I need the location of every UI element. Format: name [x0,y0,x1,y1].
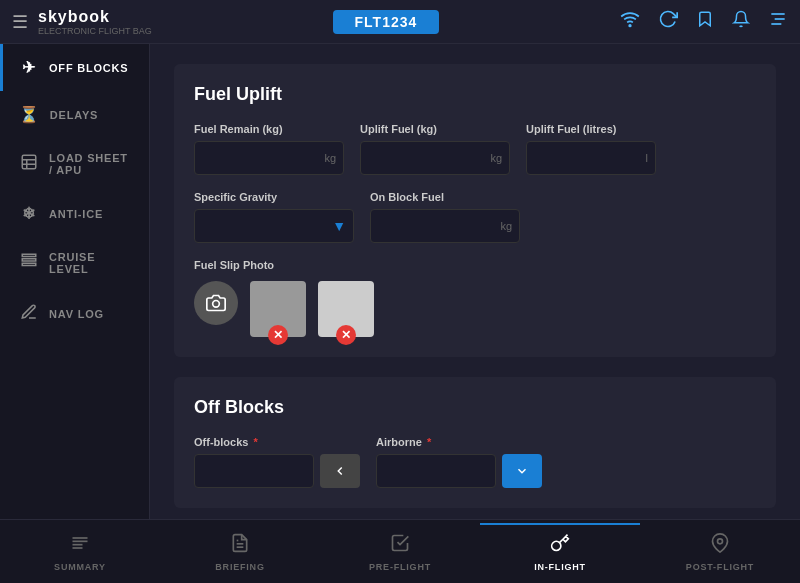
menu-icon[interactable]: ☰ [12,11,28,33]
specific-gravity-group: Specific Gravity 0.78 0.79 0.80 ▼ [194,191,354,243]
airborne-time-label: Airborne * [376,436,542,448]
specific-gravity-label: Specific Gravity [194,191,354,203]
brand: skybook ELECTRONIC FLIGHT BAG [38,8,152,36]
on-block-fuel-label: On Block Fuel [370,191,520,203]
uplift-litres-input[interactable] [526,141,656,175]
uplift-litres-input-wrap: l [526,141,656,175]
camera-button[interactable] [194,281,238,325]
nav-item-in-flight[interactable]: IN-FLIGHT [480,523,640,580]
sidebar-label-cruise-level: CRUISE LEVEL [49,251,133,275]
sidebar-item-delays[interactable]: ⏳ DELAYS [0,91,149,138]
svg-rect-9 [22,259,36,261]
post-flight-icon [709,533,731,558]
specific-gravity-select-wrap: 0.78 0.79 0.80 ▼ [194,209,354,243]
settings-icon[interactable] [768,9,788,34]
photo-thumb-2-wrap: ✕ [318,281,374,337]
airborne-time-input[interactable] [376,454,496,488]
fuel-uplift-card: Fuel Uplift Fuel Remain (kg) kg Uplift F… [174,64,776,357]
sidebar-item-cruise-level[interactable]: CRUISE LEVEL [0,237,149,289]
fuel-slip-photo-label: Fuel Slip Photo [194,259,756,271]
topbar: ☰ skybook ELECTRONIC FLIGHT BAG FLT1234 [0,0,800,44]
sidebar-item-off-blocks[interactable]: ✈ OFF BLOCKS [0,44,149,91]
off-blocks-row: Off-blocks * A [194,436,756,488]
brand-name: skybook [38,8,110,25]
nav-item-post-flight[interactable]: POST-FLIGHT [640,523,800,580]
on-block-fuel-input[interactable] [370,209,520,243]
bookmark-icon[interactable] [696,9,714,34]
off-blocks-time-group: Off-blocks * [194,436,360,488]
sidebar-item-load-sheet[interactable]: LOAD SHEET / APU [0,138,149,190]
summary-icon [69,533,91,558]
off-blocks-prev-button[interactable] [320,454,360,488]
remove-photo-2-button[interactable]: ✕ [336,325,356,345]
nav-item-pre-flight[interactable]: PRE-FLIGHT [320,523,480,580]
uplift-kg-input[interactable] [360,141,510,175]
svg-rect-4 [22,155,36,169]
svg-point-0 [629,25,631,27]
on-block-fuel-input-wrap: kg [370,209,520,243]
uplift-kg-input-wrap: kg [360,141,510,175]
photo-row: ✕ ✕ [194,281,756,337]
sidebar-label-nav-log: NAV LOG [49,308,104,320]
sidebar-label-delays: DELAYS [50,109,98,121]
sidebar-item-anti-ice[interactable]: ❄ ANTI-ICE [0,190,149,237]
wifi-icon[interactable] [620,9,640,34]
uplift-kg-label: Uplift Fuel (kg) [360,123,510,135]
off-blocks-time-input[interactable] [194,454,314,488]
nav-item-summary[interactable]: SUMMARY [0,523,160,580]
fuel-row-1: Fuel Remain (kg) kg Uplift Fuel (kg) kg [194,123,756,175]
sidebar-label-load-sheet: LOAD SHEET / APU [49,152,133,176]
delays-icon: ⏳ [19,105,40,124]
in-flight-icon [549,533,571,558]
svg-point-18 [718,539,723,544]
bottom-nav: SUMMARY BRIEFING PRE-FLIGHT [0,519,800,583]
fuel-slip-photo-section: Fuel Slip Photo ✕ [194,259,756,337]
airborne-time-group: Airborne * [376,436,542,488]
nav-label-summary: SUMMARY [54,562,106,572]
fuel-row-2: Specific Gravity 0.78 0.79 0.80 ▼ [194,191,756,243]
fuel-remain-input[interactable] [194,141,344,175]
svg-point-11 [213,301,220,308]
cruise-level-icon [19,252,39,274]
remove-photo-1-button[interactable]: ✕ [268,325,288,345]
pre-flight-icon [389,533,411,558]
briefing-icon [230,533,250,558]
nav-label-pre-flight: PRE-FLIGHT [369,562,431,572]
fuel-remain-group: Fuel Remain (kg) kg [194,123,344,175]
nav-item-briefing[interactable]: BRIEFING [160,523,320,580]
off-blocks-time-label: Off-blocks * [194,436,360,448]
bell-icon[interactable] [732,9,750,34]
nav-log-icon [19,303,39,325]
nav-label-in-flight: IN-FLIGHT [534,562,586,572]
sidebar: ✈ OFF BLOCKS ⏳ DELAYS LOAD SHEET / APU ❄… [0,44,150,519]
main-layout: ✈ OFF BLOCKS ⏳ DELAYS LOAD SHEET / APU ❄… [0,44,800,519]
brand-sub: ELECTRONIC FLIGHT BAG [38,26,152,36]
fuel-uplift-title: Fuel Uplift [194,84,756,105]
svg-rect-8 [22,254,36,256]
fuel-remain-input-wrap: kg [194,141,344,175]
flight-id-badge[interactable]: FLT1234 [333,10,440,34]
airborne-time-controls [376,454,542,488]
content-area: Fuel Uplift Fuel Remain (kg) kg Uplift F… [150,44,800,519]
sidebar-item-nav-log[interactable]: NAV LOG [0,289,149,339]
refresh-icon[interactable] [658,9,678,34]
off-blocks-icon: ✈ [19,58,39,77]
nav-label-post-flight: POST-FLIGHT [686,562,754,572]
content-inner: Fuel Uplift Fuel Remain (kg) kg Uplift F… [150,44,800,519]
off-blocks-required-star: * [250,436,257,448]
sidebar-label-anti-ice: ANTI-ICE [49,208,103,220]
uplift-litres-label: Uplift Fuel (litres) [526,123,656,135]
uplift-litres-group: Uplift Fuel (litres) l [526,123,656,175]
airborne-required-star: * [424,436,431,448]
svg-rect-10 [22,263,36,265]
sidebar-label-off-blocks: OFF BLOCKS [49,62,129,74]
fuel-remain-label: Fuel Remain (kg) [194,123,344,135]
airborne-dropdown-button[interactable] [502,454,542,488]
anti-ice-icon: ❄ [19,204,39,223]
load-sheet-icon [19,153,39,175]
topbar-right [620,9,788,34]
uplift-kg-group: Uplift Fuel (kg) kg [360,123,510,175]
specific-gravity-select[interactable]: 0.78 0.79 0.80 [194,209,354,243]
topbar-left: ☰ skybook ELECTRONIC FLIGHT BAG [12,8,152,36]
photo-thumb-1-wrap: ✕ [250,281,306,337]
